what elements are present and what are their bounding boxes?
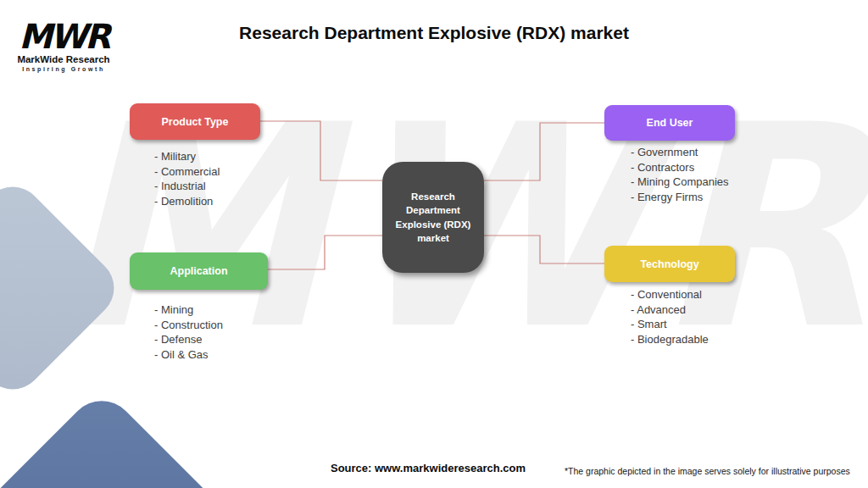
connector-technology (484, 236, 604, 263)
connector-end-user (484, 123, 604, 180)
list-item: - Government (631, 145, 729, 160)
logo-name: MarkWide Research (15, 54, 112, 64)
list-item: - Construction (154, 318, 223, 333)
branch-items-application: - Mining - Construction - Defense - Oil … (154, 302, 223, 362)
branch-label: Product Type (162, 116, 229, 128)
branch-box-product-type: Product Type (130, 103, 260, 140)
branch-items-product-type: - Military - Commercial - Industrial - D… (154, 149, 220, 208)
branch-label: End User (647, 117, 693, 129)
list-item: - Demolition (154, 194, 220, 209)
branch-items-end-user: - Government - Contractors - Mining Comp… (631, 145, 729, 204)
branch-label: Technology (640, 258, 698, 270)
connector-application (268, 236, 382, 269)
branch-label: Application (170, 265, 227, 277)
center-node-label: Research Department Explosive (RDX) mark… (391, 190, 476, 244)
connector-product-type (260, 121, 382, 180)
list-item: - Mining (154, 302, 223, 318)
list-item: - Oil & Gas (154, 347, 223, 363)
infographic-canvas: MWR MWR MarkWide Research Inspiring Grow… (0, 0, 868, 488)
logo-tagline: Inspiring Growth (15, 66, 112, 72)
list-item: - Energy Firms (631, 190, 729, 205)
list-item: - Defense (154, 332, 223, 347)
branch-box-application: Application (130, 252, 268, 290)
page-title: Research Department Explosive (RDX) mark… (0, 23, 868, 43)
list-item: - Smart (631, 317, 709, 332)
list-item: - Contractors (631, 160, 729, 175)
list-item: - Biodegradable (631, 332, 709, 347)
list-item: - Conventional (631, 287, 709, 302)
source-text: Source: www.markwideresearch.com (280, 462, 576, 474)
center-node: Research Department Explosive (RDX) mark… (382, 162, 484, 273)
disclaimer-text: *The graphic depicted in the image serve… (565, 466, 850, 476)
list-item: - Industrial (154, 179, 220, 194)
list-item: - Military (154, 149, 220, 164)
branch-box-technology: Technology (604, 246, 735, 282)
list-item: - Advanced (631, 302, 709, 318)
branch-items-technology: - Conventional - Advanced - Smart - Biod… (631, 287, 709, 347)
list-item: - Commercial (154, 164, 220, 180)
branch-box-end-user: End User (604, 105, 735, 141)
list-item: - Mining Companies (631, 175, 729, 190)
